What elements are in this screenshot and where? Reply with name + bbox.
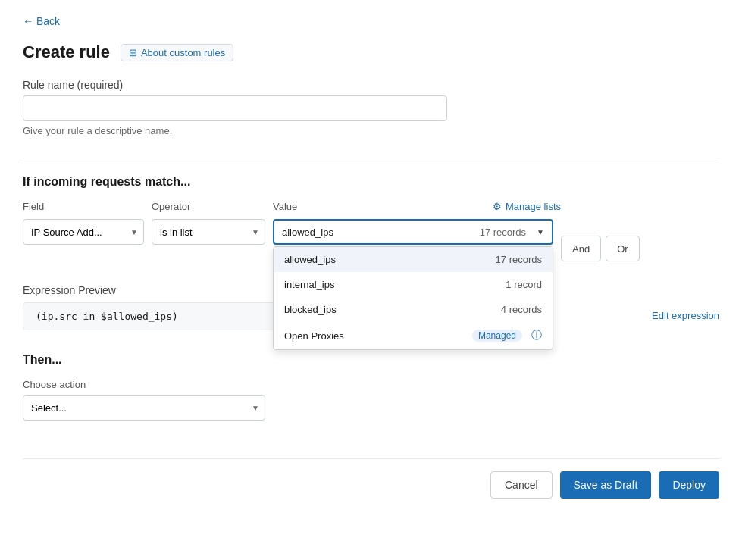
operator-select[interactable]: is in list <box>152 219 265 245</box>
manage-lists-link[interactable]: ⚙ Manage lists <box>493 201 561 212</box>
choose-action-label: Choose action <box>23 379 719 390</box>
action-select-wrapper: Select... ▼ <box>23 395 265 421</box>
conditions-labels-row: Field Operator Value ⚙ Manage lists <box>23 201 719 216</box>
footer-row: Cancel Save as Draft Deploy <box>23 458 719 499</box>
value-label-text: Value <box>273 201 297 212</box>
then-section: Then... Choose action Select... ▼ <box>23 353 719 421</box>
and-or-row: And Or <box>561 219 640 261</box>
conditions-section: If incoming requests match... Field Oper… <box>23 175 719 261</box>
value-records-count: 17 records <box>480 227 526 238</box>
manage-lists-label: Manage lists <box>506 201 561 212</box>
back-link-label: Back <box>36 15 60 27</box>
dropdown-item-open-proxies[interactable]: Open Proxies Managed ⓘ <box>274 322 553 349</box>
dropdown-item-internal-ips-name: internal_ips <box>284 279 335 290</box>
rule-name-label: Rule name (required) <box>23 79 719 91</box>
field-column: IP Source Add... ▼ <box>23 219 144 245</box>
operator-select-wrapper: is in list ▼ <box>152 219 265 245</box>
conditions-heading: If incoming requests match... <box>23 175 719 189</box>
page-title-row: Create rule ⊞ About custom rules <box>23 42 719 62</box>
value-col-label: Value ⚙ Manage lists <box>273 201 553 212</box>
deploy-button[interactable]: Deploy <box>659 471 719 499</box>
info-icon[interactable]: ⓘ <box>531 329 542 343</box>
about-custom-rules-link[interactable]: ⊞ About custom rules <box>121 44 233 61</box>
then-heading: Then... <box>23 353 719 367</box>
managed-badge: Managed <box>472 330 522 342</box>
dropdown-item-blocked-ips-count: 4 records <box>501 304 542 315</box>
operator-col-label: Operator <box>152 201 265 212</box>
back-link[interactable]: ← Back <box>23 15 60 27</box>
rule-name-input[interactable] <box>23 95 447 121</box>
dropdown-item-allowed-ips[interactable]: allowed_ips 17 records <box>274 247 553 272</box>
dropdown-item-internal-ips-count: 1 record <box>506 279 542 290</box>
dropdown-item-open-proxies-name: Open Proxies <box>284 330 344 342</box>
about-link-label: About custom rules <box>141 47 225 58</box>
operator-column: is in list ▼ <box>152 219 265 245</box>
value-column: allowed_ips 17 records ▼ allowed_ips 17 … <box>273 219 553 245</box>
and-button[interactable]: And <box>561 236 601 261</box>
save-as-draft-button[interactable]: Save as Draft <box>560 471 652 499</box>
field-col-label: Field <box>23 201 144 212</box>
cancel-button[interactable]: Cancel <box>490 471 553 499</box>
value-dropdown-menu: allowed_ips 17 records internal_ips 1 re… <box>273 246 553 350</box>
value-dropdown-arrow-icon: ▼ <box>537 228 544 236</box>
dropdown-item-blocked-ips[interactable]: blocked_ips 4 records <box>274 297 553 322</box>
value-selected-text: allowed_ips <box>282 227 333 238</box>
dropdown-item-open-proxies-right: Managed ⓘ <box>472 329 542 343</box>
section-divider <box>23 158 719 158</box>
rule-name-section: Rule name (required) Give your rule a de… <box>23 79 719 136</box>
about-icon: ⊞ <box>129 47 137 58</box>
dropdown-item-blocked-ips-name: blocked_ips <box>284 304 337 315</box>
or-button[interactable]: Or <box>606 236 639 261</box>
gear-icon: ⚙ <box>493 201 502 212</box>
conditions-controls-row: IP Source Add... ▼ is in list ▼ allowed_… <box>23 219 719 261</box>
value-select-box[interactable]: allowed_ips 17 records ▼ <box>273 219 553 245</box>
action-select[interactable]: Select... <box>23 395 265 421</box>
dropdown-item-internal-ips[interactable]: internal_ips 1 record <box>274 272 553 297</box>
rule-name-hint: Give your rule a descriptive name. <box>23 125 719 136</box>
edit-expression-link[interactable]: Edit expression <box>652 284 719 321</box>
field-select[interactable]: IP Source Add... <box>23 219 144 245</box>
field-select-wrapper: IP Source Add... ▼ <box>23 219 144 245</box>
page-title: Create rule <box>23 42 110 62</box>
dropdown-item-allowed-ips-name: allowed_ips <box>284 254 336 265</box>
back-arrow-icon: ← <box>23 15 33 27</box>
dropdown-item-allowed-ips-count: 17 records <box>496 254 542 265</box>
